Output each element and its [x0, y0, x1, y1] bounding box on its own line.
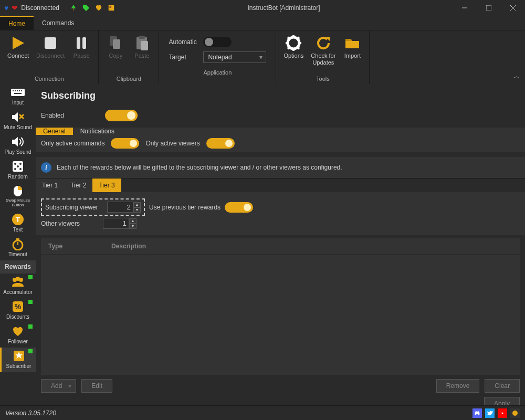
svg-rect-26: [13, 90, 14, 91]
subtab-notifications[interactable]: Notifications: [73, 128, 122, 135]
subscribing-viewer-input[interactable]: [107, 202, 133, 213]
tree-icon[interactable]: [70, 4, 77, 12]
add-button[interactable]: Add: [41, 379, 76, 393]
enabled-label: Enabled: [41, 112, 99, 119]
heart-red-icon: ❤: [12, 4, 18, 12]
keyboard-icon: [10, 86, 25, 99]
svg-point-38: [14, 168, 16, 170]
tag-icon[interactable]: [82, 4, 90, 12]
svg-rect-31: [14, 93, 22, 94]
pause-button[interactable]: Pause: [69, 33, 94, 61]
import-button[interactable]: Import: [340, 33, 365, 61]
apply-button[interactable]: Apply: [484, 397, 520, 405]
enabled-toggle[interactable]: [105, 110, 138, 121]
svg-text:T: T: [16, 215, 20, 224]
sidebar-item-input[interactable]: Input: [0, 84, 36, 109]
svg-rect-9: [82, 37, 86, 49]
sidebar-item-swap-mouse[interactable]: Swap Mouse Button: [0, 183, 36, 211]
enabled-indicator-icon: [28, 275, 33, 279]
copy-button[interactable]: Copy: [103, 33, 128, 61]
subscribing-viewer-highlight: Subscribing viewer ▲▼: [41, 198, 145, 216]
folder-icon: [344, 35, 361, 51]
heart-icon: [10, 325, 25, 338]
heart-blue-icon: ♥: [4, 4, 8, 12]
remove-button[interactable]: Remove: [436, 379, 480, 393]
sidebar-item-random[interactable]: Random: [0, 158, 36, 183]
svg-rect-8: [77, 37, 80, 49]
discord-icon[interactable]: [472, 408, 482, 418]
sidebar-item-subscriber[interactable]: Subscriber: [0, 348, 36, 372]
paste-button[interactable]: Paste: [129, 33, 154, 61]
spin-up[interactable]: ▲: [129, 218, 136, 224]
sidebar-item-play-sound[interactable]: Play Sound: [0, 133, 36, 158]
sidebar-item-accumulator[interactable]: Accumulator: [0, 274, 36, 298]
sidebar-item-follower[interactable]: Follower: [0, 323, 36, 348]
sidebar-item-timeout[interactable]: Timeout: [0, 236, 36, 260]
group-application: Application: [163, 67, 271, 76]
svg-rect-28: [17, 90, 18, 91]
edit-button[interactable]: Edit: [81, 379, 112, 393]
gear-icon: [285, 35, 302, 51]
people-icon: [10, 276, 25, 288]
note-icon[interactable]: [108, 4, 115, 12]
maximize-button[interactable]: [477, 0, 501, 16]
paste-icon: [133, 35, 150, 51]
spin-down[interactable]: ▼: [133, 207, 141, 213]
close-button[interactable]: [501, 0, 525, 16]
sidebar-header-rewards: Rewards: [0, 260, 36, 274]
sidebar-item-mute-sound[interactable]: Mute Sound: [0, 109, 36, 133]
other-viewers-input[interactable]: [103, 218, 129, 229]
heart-yellow-icon[interactable]: [95, 4, 102, 12]
tab-commands[interactable]: Commands: [34, 16, 82, 30]
stopwatch-icon: [10, 238, 25, 250]
tab-home[interactable]: Home: [0, 16, 34, 30]
target-label: Target: [169, 54, 198, 61]
collapse-ribbon-icon[interactable]: ︿: [513, 72, 520, 81]
enabled-indicator-icon: [28, 300, 33, 304]
spin-down[interactable]: ▼: [129, 224, 136, 229]
svg-rect-4: [486, 5, 491, 10]
svg-point-39: [19, 168, 22, 170]
text-icon: T: [10, 213, 25, 226]
use-previous-toggle[interactable]: [225, 202, 253, 213]
app-icon[interactable]: [510, 408, 520, 418]
svg-rect-29: [19, 90, 20, 91]
svg-line-21: [288, 37, 290, 39]
disconnect-button[interactable]: Disconnect: [33, 33, 68, 61]
only-active-viewers-toggle[interactable]: [206, 138, 235, 149]
subtab-general[interactable]: General: [36, 128, 73, 135]
tab-tier-2[interactable]: Tier 2: [64, 178, 92, 192]
stop-square-icon: [42, 35, 59, 51]
connect-button[interactable]: Connect: [4, 33, 32, 61]
sidebar-item-discounts[interactable]: % Discounts: [0, 298, 36, 323]
target-select[interactable]: Notepad: [203, 51, 266, 63]
youtube-icon[interactable]: [498, 408, 507, 418]
sidebar-item-text[interactable]: T Text: [0, 211, 36, 236]
version-text: Version 3.05.1720: [5, 410, 56, 417]
svg-point-52: [512, 411, 518, 416]
group-connection: Connection: [4, 74, 94, 82]
copy-icon: [107, 35, 124, 51]
tab-tier-1[interactable]: Tier 1: [36, 178, 64, 192]
check-updates-button[interactable]: Check for Updates: [308, 33, 339, 68]
svg-line-22: [297, 47, 299, 49]
col-description[interactable]: Description: [111, 243, 146, 250]
only-active-commands-toggle[interactable]: [111, 138, 139, 149]
refresh-icon: [315, 35, 332, 51]
tier-tabs: Tier 1 Tier 2 Tier 3: [36, 178, 525, 192]
pause-icon: [73, 35, 90, 51]
spin-up[interactable]: ▲: [133, 202, 141, 207]
automatic-toggle[interactable]: [203, 37, 232, 47]
enabled-indicator-icon: [28, 324, 33, 329]
col-type[interactable]: Type: [48, 243, 111, 250]
twitter-icon[interactable]: [485, 408, 495, 418]
clear-button[interactable]: Clear: [485, 379, 520, 393]
options-button[interactable]: Options: [280, 33, 307, 61]
svg-rect-13: [139, 36, 145, 39]
use-previous-label: Use previous tier rewards: [149, 204, 220, 211]
only-active-commands-label: Only active commands: [41, 140, 104, 147]
minimize-button[interactable]: [453, 0, 477, 16]
info-icon: i: [41, 162, 51, 173]
tab-tier-3[interactable]: Tier 3: [92, 178, 121, 192]
svg-point-35: [14, 163, 16, 165]
